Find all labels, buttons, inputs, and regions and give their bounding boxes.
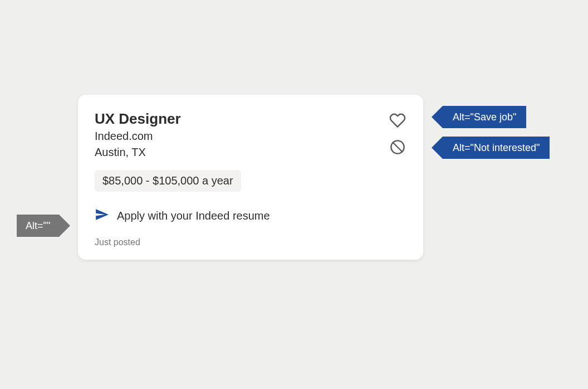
not-interested-button[interactable] bbox=[389, 139, 406, 157]
apply-text: Apply with your Indeed resume bbox=[117, 210, 270, 222]
heart-icon bbox=[389, 112, 406, 131]
card-action-icons bbox=[389, 110, 406, 157]
annotation-label: Alt="Not interested" bbox=[443, 137, 550, 159]
send-icon bbox=[95, 207, 109, 224]
annotation-empty-alt: Alt="" bbox=[17, 215, 70, 237]
job-location: Austin, TX bbox=[95, 146, 389, 159]
job-title[interactable]: UX Designer bbox=[95, 110, 389, 128]
apply-row[interactable]: Apply with your Indeed resume bbox=[95, 207, 406, 224]
job-card: UX Designer Indeed.com Austin, TX bbox=[78, 95, 423, 260]
annotation-label: Alt="Save job" bbox=[443, 106, 526, 128]
job-company[interactable]: Indeed.com bbox=[95, 130, 389, 143]
annotation-arrow-icon bbox=[432, 106, 443, 128]
svg-line-1 bbox=[393, 143, 402, 152]
save-job-button[interactable] bbox=[389, 113, 406, 130]
salary-badge: $85,000 - $105,000 a year bbox=[95, 170, 241, 192]
annotation-save-job: Alt="Save job" bbox=[432, 106, 526, 128]
posted-time: Just posted bbox=[95, 237, 406, 247]
card-top-row: UX Designer Indeed.com Austin, TX bbox=[95, 110, 406, 159]
annotation-arrow-icon bbox=[59, 215, 70, 237]
annotation-arrow-icon bbox=[432, 137, 443, 159]
job-info: UX Designer Indeed.com Austin, TX bbox=[95, 110, 389, 159]
annotation-label: Alt="" bbox=[17, 215, 59, 237]
ban-icon bbox=[390, 139, 405, 157]
annotation-not-interested: Alt="Not interested" bbox=[432, 137, 550, 159]
